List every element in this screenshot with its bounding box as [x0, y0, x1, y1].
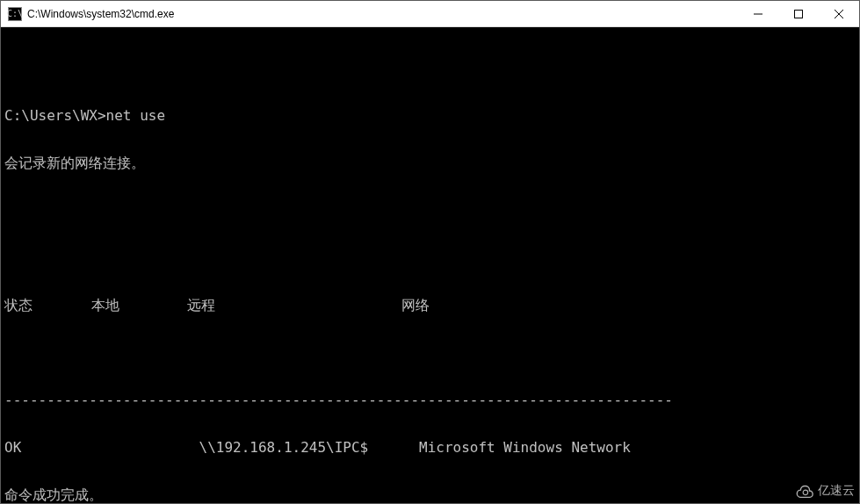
- terminal-line: OK \\192.168.1.245\IPC$ Microsoft Window…: [4, 440, 856, 456]
- maximize-icon: [794, 10, 803, 18]
- minimize-icon: [754, 10, 762, 18]
- svg-rect-1: [795, 10, 803, 18]
- cmd-icon: C:\: [8, 7, 22, 21]
- terminal-line: [4, 203, 856, 219]
- terminal-line: [4, 61, 856, 76]
- terminal-line: 命令成功完成。: [4, 487, 856, 503]
- terminal-line: [4, 345, 856, 361]
- maximize-button[interactable]: [778, 1, 819, 26]
- cloud-icon: [795, 484, 814, 498]
- watermark: 亿速云: [795, 483, 855, 499]
- terminal-line: 状态 本地 远程 网络: [4, 298, 856, 313]
- terminal-line: 会记录新的网络连接。: [4, 155, 856, 171]
- close-button[interactable]: [819, 1, 859, 26]
- window-title: C:\Windows\system32\cmd.exe: [27, 8, 738, 20]
- terminal-line: [4, 250, 856, 266]
- svg-point-4: [803, 490, 808, 495]
- terminal-area[interactable]: C:\Users\WX>net use 会记录新的网络连接。 状态 本地 远程 …: [1, 27, 859, 503]
- terminal-line: C:\Users\WX>net use: [4, 108, 856, 124]
- minimize-button[interactable]: [738, 1, 778, 26]
- close-icon: [835, 10, 843, 18]
- terminal-line: ----------------------------------------…: [4, 392, 856, 408]
- cmd-window: C:\ C:\Windows\system32\cmd.exe C:\Users…: [0, 0, 860, 504]
- watermark-text: 亿速云: [818, 483, 855, 499]
- window-controls: [738, 1, 859, 26]
- titlebar[interactable]: C:\ C:\Windows\system32\cmd.exe: [1, 1, 859, 27]
